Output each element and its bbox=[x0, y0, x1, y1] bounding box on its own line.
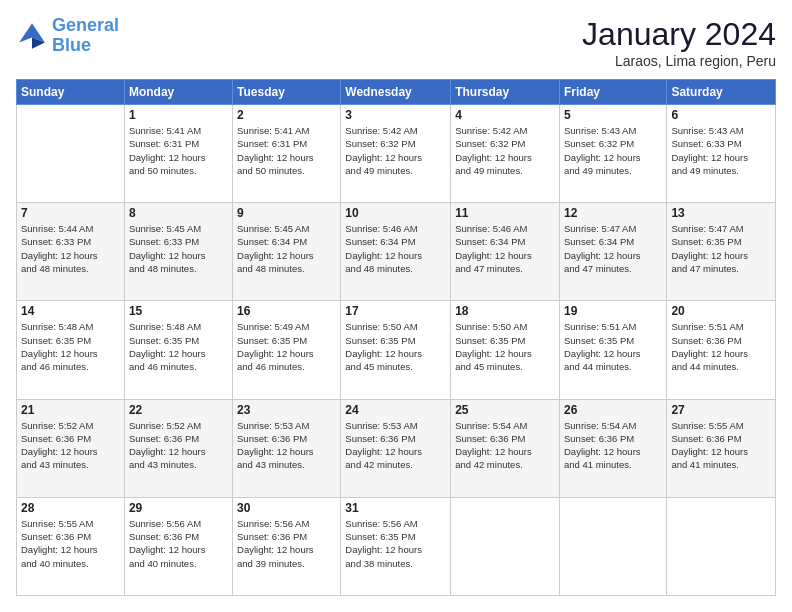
table-row: 9Sunrise: 5:45 AMSunset: 6:34 PMDaylight… bbox=[233, 203, 341, 301]
day-number: 13 bbox=[671, 206, 771, 220]
table-row: 26Sunrise: 5:54 AMSunset: 6:36 PMDayligh… bbox=[559, 399, 666, 497]
day-info: Sunrise: 5:51 AMSunset: 6:35 PMDaylight:… bbox=[564, 320, 662, 373]
day-number: 31 bbox=[345, 501, 446, 515]
calendar-week-row: 14Sunrise: 5:48 AMSunset: 6:35 PMDayligh… bbox=[17, 301, 776, 399]
day-info: Sunrise: 5:54 AMSunset: 6:36 PMDaylight:… bbox=[455, 419, 555, 472]
calendar-week-row: 28Sunrise: 5:55 AMSunset: 6:36 PMDayligh… bbox=[17, 497, 776, 595]
logo-icon bbox=[16, 20, 48, 52]
table-row: 20Sunrise: 5:51 AMSunset: 6:36 PMDayligh… bbox=[667, 301, 776, 399]
table-row: 27Sunrise: 5:55 AMSunset: 6:36 PMDayligh… bbox=[667, 399, 776, 497]
table-row: 21Sunrise: 5:52 AMSunset: 6:36 PMDayligh… bbox=[17, 399, 125, 497]
day-number: 16 bbox=[237, 304, 336, 318]
col-wednesday: Wednesday bbox=[341, 80, 451, 105]
day-info: Sunrise: 5:41 AMSunset: 6:31 PMDaylight:… bbox=[129, 124, 228, 177]
day-number: 15 bbox=[129, 304, 228, 318]
day-info: Sunrise: 5:50 AMSunset: 6:35 PMDaylight:… bbox=[455, 320, 555, 373]
day-number: 6 bbox=[671, 108, 771, 122]
day-info: Sunrise: 5:53 AMSunset: 6:36 PMDaylight:… bbox=[345, 419, 446, 472]
month-title: January 2024 bbox=[582, 16, 776, 53]
day-number: 10 bbox=[345, 206, 446, 220]
day-number: 21 bbox=[21, 403, 120, 417]
logo-blue: Blue bbox=[52, 35, 91, 55]
table-row bbox=[667, 497, 776, 595]
day-number: 23 bbox=[237, 403, 336, 417]
col-thursday: Thursday bbox=[451, 80, 560, 105]
table-row: 23Sunrise: 5:53 AMSunset: 6:36 PMDayligh… bbox=[233, 399, 341, 497]
table-row: 15Sunrise: 5:48 AMSunset: 6:35 PMDayligh… bbox=[124, 301, 232, 399]
col-monday: Monday bbox=[124, 80, 232, 105]
day-info: Sunrise: 5:43 AMSunset: 6:33 PMDaylight:… bbox=[671, 124, 771, 177]
table-row: 3Sunrise: 5:42 AMSunset: 6:32 PMDaylight… bbox=[341, 105, 451, 203]
day-number: 4 bbox=[455, 108, 555, 122]
table-row: 24Sunrise: 5:53 AMSunset: 6:36 PMDayligh… bbox=[341, 399, 451, 497]
day-info: Sunrise: 5:55 AMSunset: 6:36 PMDaylight:… bbox=[671, 419, 771, 472]
subtitle: Laraos, Lima region, Peru bbox=[582, 53, 776, 69]
day-info: Sunrise: 5:47 AMSunset: 6:35 PMDaylight:… bbox=[671, 222, 771, 275]
table-row: 4Sunrise: 5:42 AMSunset: 6:32 PMDaylight… bbox=[451, 105, 560, 203]
day-info: Sunrise: 5:56 AMSunset: 6:36 PMDaylight:… bbox=[129, 517, 228, 570]
calendar-week-row: 21Sunrise: 5:52 AMSunset: 6:36 PMDayligh… bbox=[17, 399, 776, 497]
logo: General Blue bbox=[16, 16, 119, 56]
table-row: 17Sunrise: 5:50 AMSunset: 6:35 PMDayligh… bbox=[341, 301, 451, 399]
table-row: 28Sunrise: 5:55 AMSunset: 6:36 PMDayligh… bbox=[17, 497, 125, 595]
col-sunday: Sunday bbox=[17, 80, 125, 105]
day-number: 19 bbox=[564, 304, 662, 318]
col-friday: Friday bbox=[559, 80, 666, 105]
day-number: 2 bbox=[237, 108, 336, 122]
header: General Blue January 2024 Laraos, Lima r… bbox=[16, 16, 776, 69]
day-info: Sunrise: 5:55 AMSunset: 6:36 PMDaylight:… bbox=[21, 517, 120, 570]
table-row: 8Sunrise: 5:45 AMSunset: 6:33 PMDaylight… bbox=[124, 203, 232, 301]
day-info: Sunrise: 5:52 AMSunset: 6:36 PMDaylight:… bbox=[21, 419, 120, 472]
table-row: 30Sunrise: 5:56 AMSunset: 6:36 PMDayligh… bbox=[233, 497, 341, 595]
day-info: Sunrise: 5:48 AMSunset: 6:35 PMDaylight:… bbox=[21, 320, 120, 373]
table-row: 16Sunrise: 5:49 AMSunset: 6:35 PMDayligh… bbox=[233, 301, 341, 399]
day-number: 11 bbox=[455, 206, 555, 220]
day-info: Sunrise: 5:45 AMSunset: 6:33 PMDaylight:… bbox=[129, 222, 228, 275]
day-number: 27 bbox=[671, 403, 771, 417]
table-row: 19Sunrise: 5:51 AMSunset: 6:35 PMDayligh… bbox=[559, 301, 666, 399]
table-row bbox=[17, 105, 125, 203]
day-number: 28 bbox=[21, 501, 120, 515]
day-info: Sunrise: 5:53 AMSunset: 6:36 PMDaylight:… bbox=[237, 419, 336, 472]
table-row bbox=[451, 497, 560, 595]
day-number: 1 bbox=[129, 108, 228, 122]
logo-text: General Blue bbox=[52, 16, 119, 56]
table-row: 12Sunrise: 5:47 AMSunset: 6:34 PMDayligh… bbox=[559, 203, 666, 301]
table-row: 22Sunrise: 5:52 AMSunset: 6:36 PMDayligh… bbox=[124, 399, 232, 497]
day-number: 5 bbox=[564, 108, 662, 122]
day-info: Sunrise: 5:56 AMSunset: 6:36 PMDaylight:… bbox=[237, 517, 336, 570]
day-info: Sunrise: 5:42 AMSunset: 6:32 PMDaylight:… bbox=[345, 124, 446, 177]
day-info: Sunrise: 5:50 AMSunset: 6:35 PMDaylight:… bbox=[345, 320, 446, 373]
day-number: 24 bbox=[345, 403, 446, 417]
day-info: Sunrise: 5:46 AMSunset: 6:34 PMDaylight:… bbox=[455, 222, 555, 275]
day-number: 8 bbox=[129, 206, 228, 220]
title-block: January 2024 Laraos, Lima region, Peru bbox=[582, 16, 776, 69]
day-info: Sunrise: 5:56 AMSunset: 6:35 PMDaylight:… bbox=[345, 517, 446, 570]
day-number: 30 bbox=[237, 501, 336, 515]
day-number: 18 bbox=[455, 304, 555, 318]
day-number: 26 bbox=[564, 403, 662, 417]
day-number: 22 bbox=[129, 403, 228, 417]
day-info: Sunrise: 5:54 AMSunset: 6:36 PMDaylight:… bbox=[564, 419, 662, 472]
col-tuesday: Tuesday bbox=[233, 80, 341, 105]
table-row bbox=[559, 497, 666, 595]
day-number: 7 bbox=[21, 206, 120, 220]
day-info: Sunrise: 5:45 AMSunset: 6:34 PMDaylight:… bbox=[237, 222, 336, 275]
calendar-week-row: 7Sunrise: 5:44 AMSunset: 6:33 PMDaylight… bbox=[17, 203, 776, 301]
table-row: 31Sunrise: 5:56 AMSunset: 6:35 PMDayligh… bbox=[341, 497, 451, 595]
table-row: 25Sunrise: 5:54 AMSunset: 6:36 PMDayligh… bbox=[451, 399, 560, 497]
day-info: Sunrise: 5:49 AMSunset: 6:35 PMDaylight:… bbox=[237, 320, 336, 373]
day-number: 3 bbox=[345, 108, 446, 122]
table-row: 2Sunrise: 5:41 AMSunset: 6:31 PMDaylight… bbox=[233, 105, 341, 203]
day-info: Sunrise: 5:43 AMSunset: 6:32 PMDaylight:… bbox=[564, 124, 662, 177]
table-row: 11Sunrise: 5:46 AMSunset: 6:34 PMDayligh… bbox=[451, 203, 560, 301]
calendar-week-row: 1Sunrise: 5:41 AMSunset: 6:31 PMDaylight… bbox=[17, 105, 776, 203]
day-info: Sunrise: 5:48 AMSunset: 6:35 PMDaylight:… bbox=[129, 320, 228, 373]
day-number: 14 bbox=[21, 304, 120, 318]
table-row: 29Sunrise: 5:56 AMSunset: 6:36 PMDayligh… bbox=[124, 497, 232, 595]
day-info: Sunrise: 5:52 AMSunset: 6:36 PMDaylight:… bbox=[129, 419, 228, 472]
table-row: 14Sunrise: 5:48 AMSunset: 6:35 PMDayligh… bbox=[17, 301, 125, 399]
day-info: Sunrise: 5:51 AMSunset: 6:36 PMDaylight:… bbox=[671, 320, 771, 373]
calendar-header-row: Sunday Monday Tuesday Wednesday Thursday… bbox=[17, 80, 776, 105]
day-number: 29 bbox=[129, 501, 228, 515]
